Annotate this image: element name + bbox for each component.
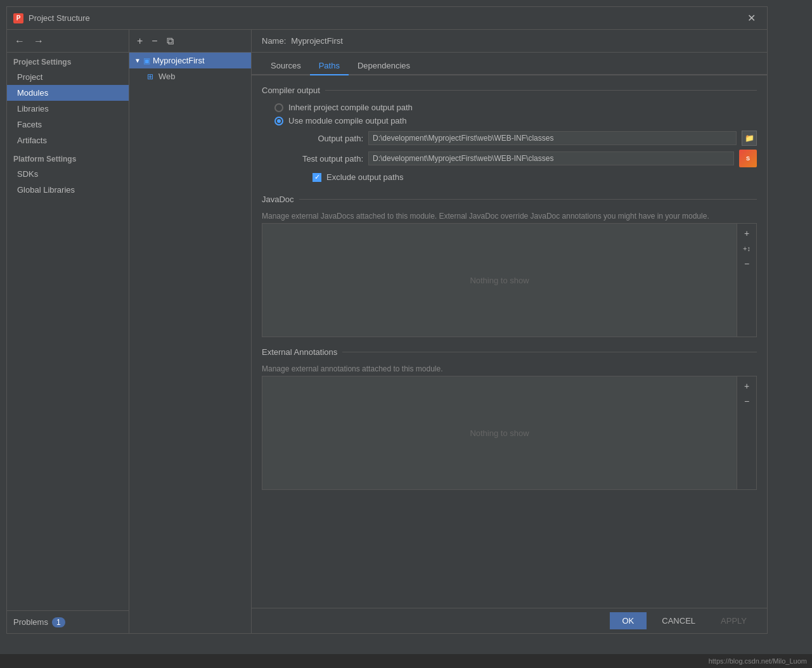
javadoc-list-area: Nothing to show + +↕ − bbox=[262, 223, 757, 337]
bottom-bar: OK CANCEL APPLY bbox=[252, 608, 767, 633]
tree-toolbar: + − ⧉ bbox=[129, 30, 251, 53]
ext-annotations-remove-button[interactable]: − bbox=[740, 394, 754, 408]
exclude-label: Exclude output paths bbox=[326, 172, 403, 182]
use-module-radio[interactable] bbox=[274, 117, 283, 125]
external-annotations-description: Manage external annotations attached to … bbox=[262, 364, 757, 373]
name-label: Name: bbox=[262, 36, 286, 46]
problems-label: Problems bbox=[13, 617, 48, 627]
tree-item-label: MyprojectFirst bbox=[153, 56, 205, 65]
test-output-path-input[interactable]: D:\development\MyprojectFirst\web\WEB-IN… bbox=[368, 151, 734, 165]
output-path-input[interactable]: D:\development\MyprojectFirst\web\WEB-IN… bbox=[368, 131, 737, 145]
status-url: https://blog.csdn.net/Milo_Luom bbox=[709, 657, 807, 665]
external-annotations-list-area: Nothing to show + − bbox=[262, 376, 757, 490]
inherit-label: Inherit project compile output path bbox=[288, 103, 413, 112]
window-title: Project Structure bbox=[29, 13, 742, 23]
javadoc-side-buttons: + +↕ − bbox=[737, 223, 757, 337]
sidebar-item-global-libraries[interactable]: Global Libraries bbox=[7, 182, 129, 198]
add-module-button[interactable]: + bbox=[134, 35, 145, 48]
tree-item-myproject[interactable]: ▼ ▣ MyprojectFirst bbox=[129, 53, 251, 68]
platform-settings-label: Platform Settings bbox=[7, 148, 129, 166]
test-output-path-row: Test output path: D:\development\Myproje… bbox=[300, 150, 757, 167]
inherit-radio[interactable] bbox=[274, 103, 283, 112]
output-path-row: Output path: D:\development\MyprojectFir… bbox=[300, 131, 757, 146]
tree-item-label: Web bbox=[158, 72, 176, 81]
ext-annotations-add-button[interactable]: + bbox=[740, 379, 754, 393]
sidebar-item-modules[interactable]: Modules bbox=[7, 85, 129, 101]
external-annotations-list: Nothing to show bbox=[262, 376, 737, 490]
sidebar-item-artifacts[interactable]: Artifacts bbox=[7, 132, 129, 148]
name-value: MyprojectFirst bbox=[291, 36, 343, 46]
output-path-browse-button[interactable]: 📁 bbox=[742, 131, 757, 146]
content-panel: Name: MyprojectFirst Sources Paths Depen… bbox=[252, 30, 767, 633]
javadoc-remove-button[interactable]: − bbox=[740, 257, 754, 271]
javadoc-list: Nothing to show bbox=[262, 223, 737, 337]
external-annotations-section: External Annotations Manage external ann… bbox=[262, 347, 757, 490]
tab-dependencies[interactable]: Dependencies bbox=[349, 57, 419, 75]
cancel-button[interactable]: CANCEL bbox=[652, 612, 706, 629]
javadoc-header: JavaDoc bbox=[262, 195, 757, 204]
panel-content: Compiler output Inherit project compile … bbox=[252, 75, 767, 608]
sidebar-item-facets[interactable]: Facets bbox=[7, 117, 129, 132]
name-bar: Name: MyprojectFirst bbox=[252, 30, 767, 53]
project-settings-label: Project Settings bbox=[7, 53, 129, 69]
tab-paths[interactable]: Paths bbox=[310, 57, 349, 75]
app-icon: P bbox=[13, 13, 23, 23]
sidebar-item-project[interactable]: Project bbox=[7, 69, 129, 85]
sidebar-spacer bbox=[7, 198, 129, 610]
inherit-option[interactable]: Inherit project compile output path bbox=[274, 103, 757, 112]
sidebar-item-libraries[interactable]: Libraries bbox=[7, 101, 129, 117]
tree-panel: + − ⧉ ▼ ▣ MyprojectFirst ⊞ Web bbox=[129, 30, 252, 633]
exclude-checkbox-row: ✓ Exclude output paths bbox=[313, 172, 757, 182]
project-structure-dialog: P Project Structure ✕ ← → Project Settin… bbox=[6, 6, 768, 634]
sidebar-toolbar: ← → bbox=[7, 30, 129, 53]
tab-sources[interactable]: Sources bbox=[262, 57, 310, 75]
tree-item-web[interactable]: ⊞ Web bbox=[129, 68, 251, 84]
status-bar: https://blog.csdn.net/Milo_Luom bbox=[0, 654, 812, 668]
nav-forward-button[interactable]: → bbox=[31, 35, 46, 48]
expand-icon: ▼ bbox=[134, 57, 141, 64]
titlebar: P Project Structure ✕ bbox=[7, 7, 767, 30]
javadoc-section: JavaDoc Manage external JavaDocs attache… bbox=[262, 195, 757, 337]
web-icon: ⊞ bbox=[147, 72, 153, 81]
csdn-watermark: S bbox=[739, 150, 757, 167]
sidebar: ← → Project Settings Project Modules Lib… bbox=[7, 30, 129, 633]
ok-button[interactable]: OK bbox=[610, 612, 647, 629]
sidebar-item-sdks[interactable]: SDKs bbox=[7, 166, 129, 182]
compiler-output-section: Compiler output Inherit project compile … bbox=[262, 86, 757, 182]
external-annotations-empty-label: Nothing to show bbox=[470, 428, 529, 438]
test-output-path-label: Test output path: bbox=[300, 154, 363, 164]
use-module-label: Use module compile output path bbox=[288, 116, 406, 125]
problems-badge: 1 bbox=[52, 617, 65, 627]
external-annotations-header: External Annotations bbox=[262, 347, 757, 357]
exclude-checkbox[interactable]: ✓ bbox=[313, 173, 321, 182]
compiler-output-header: Compiler output bbox=[262, 86, 757, 95]
javadoc-add-button[interactable]: + bbox=[740, 226, 754, 240]
problems-bar: Problems 1 bbox=[7, 610, 129, 633]
test-path-actions: S bbox=[739, 150, 757, 167]
module-icon: ▣ bbox=[143, 56, 150, 65]
main-content: ← → Project Settings Project Modules Lib… bbox=[7, 30, 767, 633]
copy-module-button[interactable]: ⧉ bbox=[164, 35, 176, 48]
use-module-option[interactable]: Use module compile output path bbox=[274, 116, 757, 125]
close-button[interactable]: ✕ bbox=[742, 10, 761, 27]
tabs-bar: Sources Paths Dependencies bbox=[252, 53, 767, 75]
javadoc-empty-label: Nothing to show bbox=[470, 276, 529, 285]
compiler-output-options: Inherit project compile output path Use … bbox=[274, 103, 757, 125]
nav-back-button[interactable]: ← bbox=[12, 35, 27, 48]
folder-icon: 📁 bbox=[745, 134, 754, 143]
remove-module-button[interactable]: − bbox=[149, 35, 160, 48]
output-path-label: Output path: bbox=[300, 134, 363, 143]
javadoc-description: Manage external JavaDocs attached to thi… bbox=[262, 212, 757, 221]
external-annotations-side-buttons: + − bbox=[737, 376, 757, 490]
apply-button[interactable]: APPLY bbox=[711, 612, 757, 629]
javadoc-add-external-button[interactable]: +↕ bbox=[740, 241, 754, 255]
